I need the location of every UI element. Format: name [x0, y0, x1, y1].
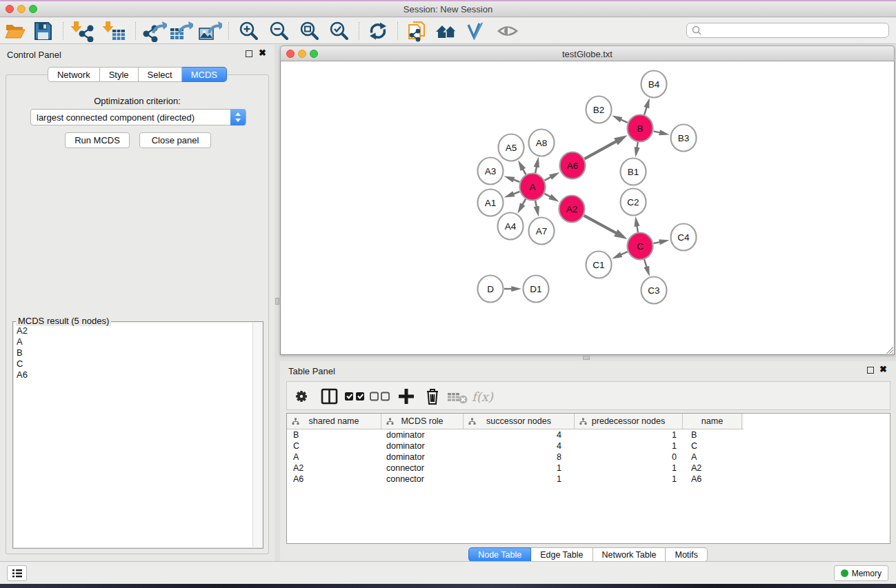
node-D[interactable]: D: [478, 276, 504, 303]
node-C4[interactable]: C4: [671, 224, 697, 251]
cell: dominator: [381, 452, 464, 462]
import-network-icon[interactable]: [71, 20, 94, 42]
node-A3[interactable]: A3: [478, 158, 504, 185]
table-row[interactable]: Cdominator41C: [287, 440, 890, 452]
column-header-shared-name[interactable]: shared name: [287, 414, 381, 429]
horizontal-splitter-handle[interactable]: [583, 356, 590, 360]
float-panel-icon[interactable]: [246, 50, 252, 57]
node-label: D: [487, 284, 494, 294]
node-label: A4: [505, 221, 517, 232]
table-row[interactable]: Bdominator41B: [287, 429, 890, 440]
zoom-out-icon[interactable]: [268, 20, 290, 42]
mcds-result-list[interactable]: A2ABCA6: [14, 323, 262, 547]
column-header-successor-nodes[interactable]: successor nodes: [464, 414, 575, 429]
task-history-button[interactable]: [7, 565, 27, 581]
export-network-icon[interactable]: [142, 20, 167, 42]
column-label: MCDS role: [401, 416, 443, 426]
close-panel-icon[interactable]: ✖: [259, 48, 266, 58]
refresh-icon[interactable]: [367, 20, 389, 42]
network-canvas[interactable]: B4B2BB3A5A8A6A3B1AA1C2A2A4A7CC4C1C3DD1: [280, 61, 895, 355]
network-view-window[interactable]: testGlobe.txt B4B2BB3A5A8A6A3B1AA1C2A2A4…: [280, 45, 895, 355]
edge-A2-C[interactable]: [584, 216, 617, 234]
node-B1[interactable]: B1: [621, 159, 646, 185]
table-float-icon[interactable]: [867, 367, 874, 374]
tab-network[interactable]: Network: [48, 67, 100, 82]
node-A[interactable]: A: [520, 174, 546, 201]
home-icon[interactable]: [434, 20, 459, 42]
search-input[interactable]: [686, 23, 889, 38]
result-item[interactable]: A2: [17, 325, 28, 336]
export-table-icon[interactable]: [168, 20, 193, 42]
node-A6[interactable]: A6: [560, 152, 586, 179]
tab-mcds[interactable]: MCDS: [182, 67, 227, 82]
vertical-splitter-handle[interactable]: [275, 298, 279, 305]
network-window-titlebar[interactable]: testGlobe.txt: [280, 45, 895, 61]
node-B2[interactable]: B2: [586, 97, 612, 123]
check-on-icon[interactable]: [344, 386, 367, 407]
tab-network-table[interactable]: Network Table: [593, 547, 666, 562]
title-bar[interactable]: Session: New Session: [0, 1, 896, 17]
result-item[interactable]: C: [17, 358, 28, 369]
column-icon[interactable]: [319, 386, 340, 407]
node-A4[interactable]: A4: [498, 213, 524, 240]
cell: C: [683, 441, 742, 451]
result-scrollbar[interactable]: [252, 323, 262, 547]
node-A7[interactable]: A7: [529, 218, 555, 245]
zoom-selected-icon[interactable]: [328, 20, 350, 42]
cell: 1: [575, 474, 683, 484]
result-item[interactable]: A: [17, 336, 28, 347]
node-A2[interactable]: A2: [559, 196, 585, 223]
table-row[interactable]: A6connector11A6: [287, 474, 890, 485]
import-table-icon[interactable]: [103, 20, 126, 42]
column-header-predecessor-nodes[interactable]: predecessor nodes: [575, 414, 683, 429]
node-A8[interactable]: A8: [529, 130, 555, 156]
tab-style[interactable]: Style: [100, 67, 139, 82]
tab-select[interactable]: Select: [139, 67, 182, 82]
hide-icon[interactable]: [496, 20, 519, 42]
zoom-fit-icon[interactable]: [299, 20, 321, 42]
tab-edge-table[interactable]: Edge Table: [531, 547, 593, 562]
resize-grip[interactable]: [885, 345, 893, 354]
node-B[interactable]: B: [628, 115, 653, 142]
node-C3[interactable]: C3: [641, 277, 667, 304]
export-image-icon[interactable]: [197, 20, 222, 42]
close-panel-button[interactable]: Close panel: [139, 132, 211, 148]
check-off-icon[interactable]: [369, 386, 392, 407]
column-header-name[interactable]: name: [683, 414, 742, 429]
column-header-MCDS-role[interactable]: MCDS role: [381, 414, 464, 429]
edge-A6-B[interactable]: [585, 141, 617, 159]
delete-table-icon[interactable]: [446, 386, 470, 407]
result-item[interactable]: A6: [17, 369, 28, 381]
node-C[interactable]: C: [628, 233, 653, 260]
open-folder-icon[interactable]: [4, 20, 26, 42]
tab-motifs[interactable]: Motifs: [666, 547, 707, 562]
result-item[interactable]: B: [17, 347, 28, 358]
trash-icon[interactable]: [424, 386, 441, 407]
node-label: D1: [530, 284, 541, 294]
node-C1[interactable]: C1: [586, 252, 612, 278]
run-mcds-button[interactable]: Run MCDS: [65, 132, 130, 148]
node-C2[interactable]: C2: [621, 189, 646, 216]
node-B4[interactable]: B4: [641, 71, 667, 98]
zoom-in-icon[interactable]: [238, 20, 260, 42]
table-row[interactable]: A2connector11A2: [287, 463, 890, 474]
new-network-from-file-icon[interactable]: [406, 20, 428, 42]
node-B3[interactable]: B3: [671, 125, 697, 152]
save-icon[interactable]: [32, 20, 53, 42]
tab-node-table[interactable]: Node Table: [468, 547, 531, 562]
plus-icon[interactable]: [397, 386, 415, 407]
node-D1[interactable]: D1: [524, 276, 549, 303]
node-A5[interactable]: A5: [499, 134, 524, 161]
control-panel-title: Control Panel: [7, 50, 61, 60]
cell: A: [683, 452, 742, 462]
memory-button[interactable]: Memory: [834, 565, 888, 581]
table-close-icon[interactable]: ✖: [879, 365, 887, 374]
node-table[interactable]: shared nameMCDS rolesuccessor nodesprede…: [286, 413, 890, 544]
gear-icon[interactable]: [292, 386, 311, 407]
vizmapper-icon[interactable]: [465, 20, 487, 42]
table-row[interactable]: Adominator80A: [287, 452, 890, 463]
node-A1[interactable]: A1: [478, 190, 504, 216]
fx-icon[interactable]: f(x): [472, 386, 493, 407]
cell: A2: [287, 463, 381, 473]
optimization-criterion-dropdown[interactable]: largest connected component (directed): [30, 109, 246, 125]
